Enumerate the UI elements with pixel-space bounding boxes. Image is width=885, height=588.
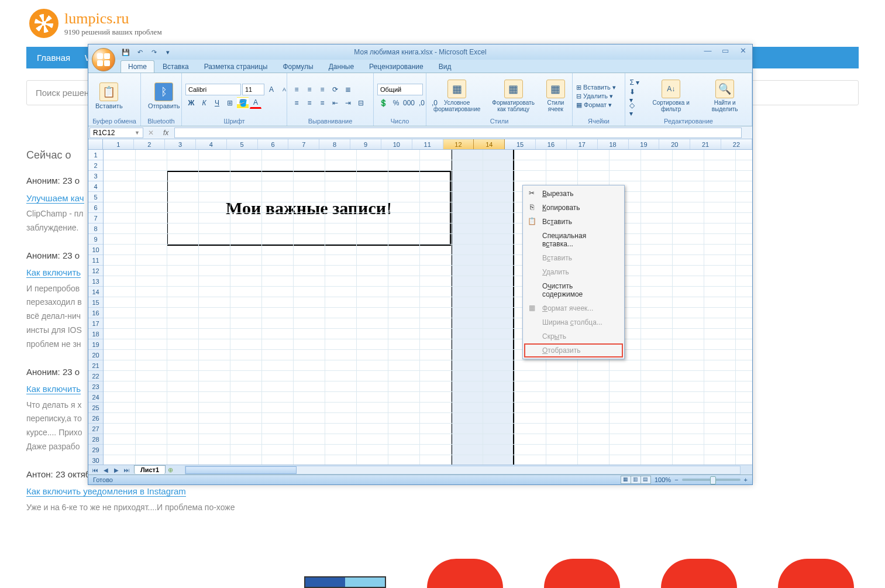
sheet-last-icon[interactable]: ⏭ [122,467,132,473]
clear-icon[interactable]: ◇ ▾ [629,104,640,115]
inc-decimal-icon[interactable]: ,0 [416,97,428,109]
comment-link[interactable]: Как включить уведомления в Instagram [26,486,186,497]
col-header-9[interactable]: 9 [350,139,381,149]
col-header-15[interactable]: 15 [505,139,536,149]
row-header-19[interactable]: 19 [88,339,103,350]
col-header-1[interactable]: 1 [103,139,134,149]
view-normal-icon[interactable]: ▦ [621,476,631,484]
col-header-6[interactable]: 6 [258,139,289,149]
spreadsheet-grid[interactable]: 123456789101112141516171819202122 123456… [88,139,752,465]
align-right-icon[interactable]: ≡ [316,97,328,109]
align-center-icon[interactable]: ≡ [304,97,315,109]
row-header-7[interactable]: 7 [88,213,103,223]
wrap-text-icon[interactable]: ≣ [342,84,354,95]
row-header-27[interactable]: 27 [88,424,103,434]
zoom-level[interactable]: 100% [655,476,671,483]
cells-format-button[interactable]: ▦ Формат ▾ [576,101,616,109]
maximize-icon[interactable]: ▭ [719,46,731,55]
row-header-23[interactable]: 23 [88,381,103,392]
fill-color-icon[interactable]: 🪣 [237,97,249,109]
cancel-fx-icon[interactable]: ✕ [144,129,157,137]
col-header-8[interactable]: 8 [319,139,350,149]
col-header-17[interactable]: 17 [567,139,598,149]
ctx-специальная-вставка-[interactable]: Специальная вставка... [524,229,623,251]
bluetooth-send-button[interactable]: ᛒ Отправить [144,81,184,111]
sheet-prev-icon[interactable]: ◀ [101,467,111,473]
row-header-16[interactable]: 16 [88,308,103,318]
undo-icon[interactable]: ↶ [135,47,145,57]
percent-icon[interactable]: % [390,97,402,109]
grow-font-icon[interactable]: A [266,84,277,95]
close-icon[interactable]: ✕ [737,46,749,55]
row-header-20[interactable]: 20 [88,350,103,360]
font-color-icon[interactable]: A [250,97,261,109]
sort-filter-button[interactable]: A↓Сортировка и фильтр [644,78,698,114]
conditional-format-button[interactable]: ▦Условное форматирование [430,78,484,114]
comma-icon[interactable]: 000 [403,97,415,109]
row-header-6[interactable]: 6 [88,202,103,213]
col-header-18[interactable]: 18 [598,139,629,149]
row-header-15[interactable]: 15 [88,297,103,308]
ctx-вставить[interactable]: 📋Вставить [524,215,623,229]
italic-icon[interactable]: К [198,97,210,109]
view-layout-icon[interactable]: ▥ [631,476,641,484]
row-header-30[interactable]: 30 [88,455,103,465]
row-header-18[interactable]: 18 [88,329,103,339]
col-header-3[interactable]: 3 [165,139,196,149]
horizontal-scrollbar[interactable] [185,466,741,474]
save-icon[interactable]: 💾 [120,47,131,57]
underline-icon[interactable]: Ч [211,97,223,109]
currency-icon[interactable]: 💲 [377,97,389,109]
site-logo-icon[interactable] [29,9,58,38]
indent-dec-icon[interactable]: ⇤ [329,97,341,109]
row-header-10[interactable]: 10 [88,245,103,255]
ctx-копировать[interactable]: ⎘Копировать [524,201,623,215]
comment-link[interactable]: Улучшаем кач [26,193,84,204]
row-header-8[interactable]: 8 [88,223,103,234]
col-header-11[interactable]: 11 [412,139,443,149]
fill-icon[interactable]: ⬇ ▾ [629,90,640,102]
find-select-button[interactable]: 🔍Найти и выделить [701,78,748,114]
col-header-22[interactable]: 22 [721,139,752,149]
font-size-combo[interactable]: 11 [242,84,264,95]
ribbon-tab-вид[interactable]: Вид [432,61,459,73]
comment-link[interactable]: Как включить [26,384,81,394]
row-header-11[interactable]: 11 [88,255,103,266]
ribbon-tab-вставка[interactable]: Вставка [156,61,196,73]
col-header-14[interactable]: 14 [474,139,505,149]
row-header-22[interactable]: 22 [88,371,103,381]
orientation-icon[interactable]: ⟳ [329,84,341,95]
fx-icon[interactable]: fx [157,129,174,137]
comment-link[interactable]: Как включить [26,267,81,278]
site-name[interactable]: lumpics.ru [64,10,162,27]
row-header-9[interactable]: 9 [88,234,103,245]
formula-input[interactable] [174,128,742,138]
col-header-10[interactable]: 10 [381,139,412,149]
row-header-29[interactable]: 29 [88,445,103,455]
row-header-25[interactable]: 25 [88,403,103,413]
align-bottom-icon[interactable]: ≡ [316,84,328,95]
cell-styles-button[interactable]: ▦Стили ячеек [543,78,569,114]
col-header-2[interactable]: 2 [134,139,165,149]
new-sheet-icon[interactable]: ⊕ [168,466,173,474]
align-middle-icon[interactable]: ≡ [304,84,315,95]
col-header-20[interactable]: 20 [659,139,690,149]
name-box[interactable]: R1C12▼ [89,128,143,138]
col-header-21[interactable]: 21 [690,139,721,149]
row-header-24[interactable]: 24 [88,392,103,403]
row-header-28[interactable]: 28 [88,434,103,445]
align-top-icon[interactable]: ≡ [291,84,302,95]
ctx-очистить-содержимое[interactable]: Очистить содержимое [524,279,623,301]
zoom-out-icon[interactable]: − [674,476,678,483]
col-header-19[interactable]: 19 [629,139,660,149]
border-icon[interactable]: ⊞ [224,97,236,109]
row-header-12[interactable]: 12 [88,266,103,276]
ribbon-tab-формулы[interactable]: Формулы [276,61,321,73]
sheet-first-icon[interactable]: ⏮ [91,467,100,473]
view-break-icon[interactable]: ▤ [640,476,651,484]
paste-button[interactable]: 📋 Вставить [92,81,126,111]
font-name-combo[interactable]: Calibri [185,84,241,95]
row-header-17[interactable]: 17 [88,318,103,329]
select-all-corner[interactable] [88,139,103,149]
align-left-icon[interactable]: ≡ [291,97,302,109]
